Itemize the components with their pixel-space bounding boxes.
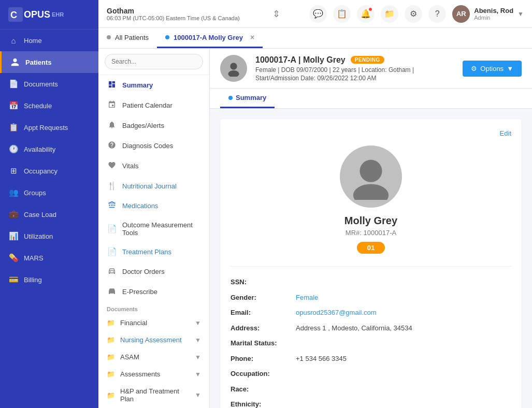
info-row-occupation: Occupation:	[231, 369, 511, 379]
nav-folder-financial[interactable]: 📁 Financial ▼	[98, 314, 209, 331]
summary-tabs-bar: Summary	[210, 89, 532, 109]
info-row-race: Race:	[231, 384, 511, 395]
info-row-ssn: SSN:	[231, 277, 511, 287]
sidebar-item-patients[interactable]: Patients	[0, 51, 98, 73]
nav-item-medications[interactable]: Medications	[98, 196, 209, 216]
billing-icon: 💳	[8, 274, 19, 285]
doctor-orders-nav-icon	[107, 267, 117, 276]
nav-item-diagnosis-codes[interactable]: Diagnosis Codes	[98, 136, 209, 156]
sidebar-item-appt-requests[interactable]: 📋 Appt Requests	[0, 116, 98, 138]
svg-text:C: C	[10, 10, 17, 20]
help-button[interactable]: ?	[428, 5, 446, 23]
sidebar-item-utilization[interactable]: 📊 Utilization	[0, 225, 98, 247]
patient-tabs: All Patients 1000017-A Molly Grey ×	[98, 28, 532, 49]
patient-header-avatar	[220, 55, 247, 82]
info-row-address: Address: Address 1 , Modesto, California…	[231, 323, 511, 333]
content-wrapper: Summary Patient Calendar Badges/Alerts D…	[98, 49, 532, 408]
logo-text: OPUS	[24, 9, 50, 20]
folder-nursing-label: Nursing Assessment	[120, 336, 182, 344]
nav-item-treatment-plans[interactable]: 📄 Treatment Plans	[98, 242, 209, 261]
occupation-label: Occupation:	[231, 369, 293, 379]
nav-item-vitals[interactable]: Vitals	[98, 156, 209, 176]
nav-item-nutritional-journal[interactable]: 🍴 Nutritional Journal	[98, 176, 209, 196]
sidebar-item-schedule[interactable]: 📅 Schedule	[0, 95, 98, 116]
notifications-button[interactable]: 🔔	[357, 5, 375, 23]
sidebar-item-occupancy[interactable]: ⊞ Occupancy	[0, 160, 98, 182]
nav-label-calendar: Patient Calendar	[122, 101, 172, 109]
folder-hep-left: 📁 H&P and Treatment Plan	[107, 387, 190, 403]
user-menu[interactable]: AR Abenis, Rod Admin ▼	[452, 5, 524, 23]
folder-nursing-left: 📁 Nursing Assessment	[107, 336, 182, 344]
topbar: Gotham 06:03 PM (UTC-05:00) Eastern Time…	[98, 0, 532, 28]
tab-close-button[interactable]: ×	[250, 33, 254, 41]
sidebar-item-billing[interactable]: 💳 Billing	[0, 269, 98, 290]
patient-id-name-row: 1000017-A | Molly Grey PENDING	[255, 55, 454, 65]
clipboard-button[interactable]: 📋	[333, 5, 351, 23]
sidebar-item-case-load[interactable]: 💼 Case Load	[0, 203, 98, 225]
chat-button[interactable]: 💬	[309, 5, 327, 23]
folder-asam-icon: 📁	[107, 353, 115, 361]
patient-meta-info: Female | DOB 09/07/2000 | 22 years | Loc…	[255, 66, 454, 74]
edit-link[interactable]: Edit	[231, 129, 511, 137]
nav-folder-asam[interactable]: 📁 ASAM ▼	[98, 348, 209, 366]
calendar-nav-icon	[107, 100, 117, 110]
profile-avatar	[340, 145, 402, 208]
nav-folder-hep[interactable]: 📁 H&P and Treatment Plan ▼	[98, 383, 209, 407]
nav-label-summary: Summary	[122, 81, 153, 89]
sidebar-label-availability: Availability	[24, 145, 55, 153]
folder-financial-left: 📁 Financial	[107, 319, 147, 327]
medications-nav-icon	[107, 201, 117, 211]
active-patient-dot	[165, 35, 169, 39]
user-avatar: AR	[452, 5, 470, 23]
search-input[interactable]	[105, 54, 203, 69]
nav-item-patient-calendar[interactable]: Patient Calendar	[98, 95, 209, 115]
options-gear-icon: ⚙	[471, 65, 477, 72]
logo-ehr: EHR	[52, 11, 64, 18]
info-row-phone: Phone: +1 534 566 3345	[231, 354, 511, 364]
nav-item-badges-alerts[interactable]: Badges/Alerts	[98, 115, 209, 136]
active-patient-tab[interactable]: 1000017-A Molly Grey ×	[157, 28, 263, 48]
sidebar-item-home[interactable]: ⌂ Home	[0, 30, 98, 51]
nav-item-e-prescribe[interactable]: E-Prescribe	[98, 282, 209, 302]
active-patient-label: 1000017-A Molly Grey	[174, 34, 243, 41]
patient-summary-card: Edit Molly Grey MR#: 1000017-A	[220, 119, 522, 408]
sidebar-label-mars: MARS	[24, 254, 44, 262]
nav-item-outcome-measurement[interactable]: 📄 Outcome Measurement Tools	[98, 216, 209, 242]
settings-button[interactable]: ⚙	[405, 5, 422, 23]
gender-label: Gender:	[231, 293, 293, 303]
availability-icon: 🕐	[8, 144, 19, 154]
sidebar-item-availability[interactable]: 🕐 Availability	[0, 138, 98, 160]
files-button[interactable]: 📁	[381, 5, 398, 23]
all-patients-tab[interactable]: All Patients	[98, 28, 157, 48]
documents-icon: 📄	[8, 79, 19, 89]
nav-item-doctor-orders[interactable]: Doctor Orders	[98, 261, 209, 282]
user-role: Admin	[474, 14, 513, 21]
user-dropdown-icon: ▼	[517, 10, 524, 18]
mr-value: 1000017-A	[364, 229, 397, 237]
nav-item-summary[interactable]: Summary	[98, 75, 209, 95]
sidebar-item-groups[interactable]: 👥 Groups	[0, 182, 98, 203]
nav-label-treatment: Treatment Plans	[122, 248, 171, 256]
nav-label-medications: Medications	[122, 202, 158, 210]
folder-assessments-chevron: ▼	[195, 371, 201, 378]
sidebar-item-documents[interactable]: 📄 Documents	[0, 73, 98, 95]
address-value: Address 1 , Modesto, California, 34534	[296, 323, 412, 333]
facility-dropdown-icon[interactable]: ⇕	[272, 8, 280, 20]
folder-assessments-label: Assessments	[120, 370, 160, 378]
ssn-label: SSN:	[231, 277, 293, 287]
summary-tab-button[interactable]: Summary	[220, 89, 275, 108]
patient-admission-info: Start/Admission Date: 09/26/2022 12:00 A…	[255, 75, 454, 82]
svg-point-5	[228, 70, 239, 77]
nav-folder-assessments[interactable]: 📁 Assessments ▼	[98, 366, 209, 383]
sidebar-item-mars[interactable]: 💊 MARS	[0, 247, 98, 269]
folder-nursing-icon: 📁	[107, 336, 115, 344]
folder-financial-label: Financial	[120, 319, 147, 327]
folder-hep-chevron: ▼	[195, 391, 201, 399]
nav-folder-nursing-assessment[interactable]: 📁 Nursing Assessment ▼	[98, 331, 209, 348]
svg-point-2	[110, 271, 111, 272]
logo: C OPUS EHR	[0, 0, 98, 30]
nav-label-outcome: Outcome Measurement Tools	[122, 221, 201, 237]
profile-name: Molly Grey	[344, 215, 397, 227]
options-button[interactable]: ⚙ Options ▼	[463, 61, 522, 77]
utilization-icon: 📊	[8, 231, 19, 241]
